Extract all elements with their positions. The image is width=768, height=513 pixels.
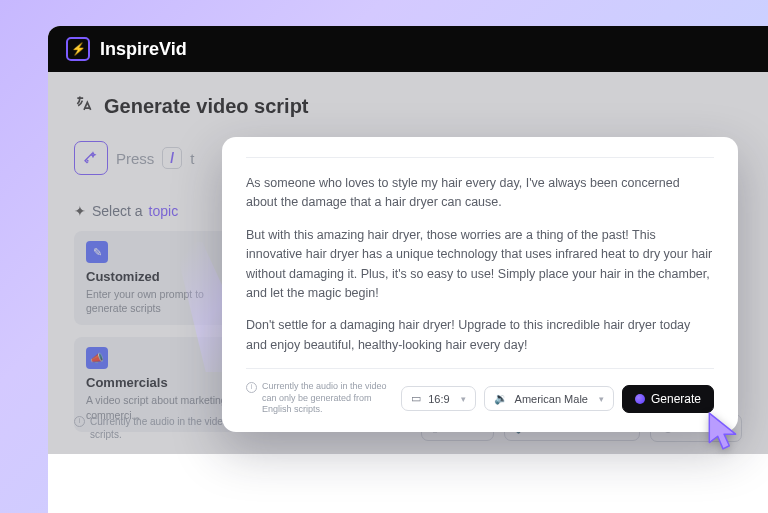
- voice-select[interactable]: 🔉 American Male ▾: [484, 386, 614, 411]
- script-paragraph: As someone who loves to style my hair ev…: [246, 174, 714, 213]
- modal-footer: i Currently the audio in the video can o…: [246, 368, 714, 416]
- modal-info: i Currently the audio in the video can o…: [246, 381, 393, 416]
- cursor-pointer-icon: [706, 411, 740, 455]
- titlebar: InspireVid: [48, 26, 768, 72]
- generate-label: Generate: [651, 392, 701, 406]
- script-paragraph: But with this amazing hair dryer, those …: [246, 226, 714, 304]
- info-body: Currently the audio in the video can onl…: [262, 381, 393, 416]
- aspect-ratio-select[interactable]: ▭ 16:9 ▾: [401, 386, 475, 411]
- logo-icon: [66, 37, 90, 61]
- voice-icon: 🔉: [494, 392, 508, 405]
- modal-divider: [246, 157, 714, 158]
- app-name: InspireVid: [100, 39, 187, 60]
- script-paragraph: Don't settle for a damaging hair dryer! …: [246, 316, 714, 355]
- generate-button[interactable]: Generate: [622, 385, 714, 413]
- aspect-value: 16:9: [428, 393, 449, 405]
- voice-value: American Male: [515, 393, 588, 405]
- info-icon: i: [246, 382, 257, 393]
- script-modal: As someone who loves to style my hair ev…: [222, 137, 738, 432]
- chevron-down-icon: ▾: [461, 394, 466, 404]
- modal-body: As someone who loves to style my hair ev…: [246, 174, 714, 355]
- sparkle-dot-icon: [635, 394, 645, 404]
- chevron-down-icon: ▾: [599, 394, 604, 404]
- aspect-icon: ▭: [411, 392, 421, 405]
